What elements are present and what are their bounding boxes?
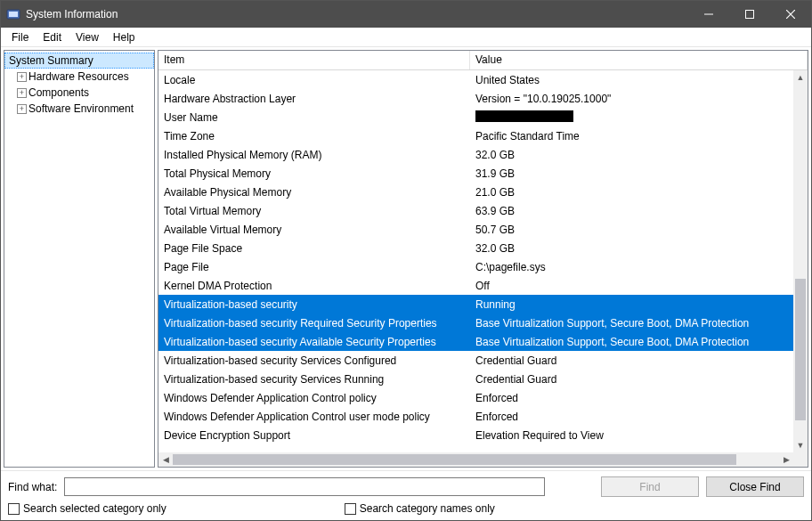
vertical-scrollbar[interactable]: ▲ ▼: [793, 70, 808, 452]
checkbox-icon: [8, 503, 20, 515]
list-row[interactable]: Virtualization-based security Services R…: [158, 370, 793, 388]
cell-value: Base Virtualization Support, Secure Boot…: [470, 315, 793, 331]
column-value[interactable]: Value: [470, 51, 808, 69]
list-row[interactable]: Device Encryption SupportElevation Requi…: [158, 426, 793, 444]
cell-value: Version = "10.0.19025.1000": [470, 91, 793, 107]
cell-item: Time Zone: [158, 128, 470, 144]
expand-icon[interactable]: +: [17, 88, 27, 98]
cell-item: Page File Space: [158, 240, 470, 256]
menu-view[interactable]: View: [69, 29, 106, 45]
cell-value: 50.7 GB: [470, 222, 793, 238]
cell-value: Off: [470, 278, 793, 294]
window-title: System Information: [26, 8, 118, 20]
list-row[interactable]: Page File Space32.0 GB: [158, 239, 793, 257]
find-input[interactable]: [64, 477, 545, 496]
list-row[interactable]: Virtualization-based security Available …: [158, 332, 793, 351]
find-bar: Find what: Find Close Find Search select…: [1, 470, 811, 520]
list-rows: LocaleUnited StatesHardware Abstraction …: [158, 70, 793, 452]
cell-value: Running: [470, 297, 793, 313]
tree-root[interactable]: System Summary: [4, 53, 154, 69]
scroll-down-icon[interactable]: ▼: [793, 438, 808, 452]
cell-item: Kernel DMA Protection: [158, 278, 470, 294]
list-row[interactable]: User Name: [158, 108, 793, 126]
cell-item: Total Physical Memory: [158, 166, 470, 182]
cell-value: 31.9 GB: [470, 166, 793, 182]
find-label: Find what:: [8, 481, 57, 493]
menu-edit[interactable]: Edit: [36, 29, 69, 45]
cell-value: Pacific Standard Time: [470, 128, 793, 144]
category-tree[interactable]: System Summary +Hardware Resources+Compo…: [4, 50, 155, 468]
minimize-button[interactable]: [688, 1, 729, 28]
hscroll-track[interactable]: [173, 452, 779, 467]
cell-value: Credential Guard: [470, 371, 793, 387]
checkbox-category-names[interactable]: Search category names only: [345, 502, 495, 515]
list-row[interactable]: Available Physical Memory21.0 GB: [158, 183, 793, 201]
menu-help[interactable]: Help: [106, 29, 142, 45]
cell-item: Device Encryption Support: [158, 427, 470, 444]
list-row[interactable]: Total Physical Memory31.9 GB: [158, 164, 793, 183]
tree-item-label: Software Environment: [28, 102, 134, 115]
cell-value: 32.0 GB: [470, 147, 793, 163]
cell-value: Enforced: [470, 409, 793, 425]
list-row[interactable]: Page FileC:\pagefile.sys: [158, 257, 793, 276]
expand-icon[interactable]: +: [17, 104, 27, 114]
list-row[interactable]: Kernel DMA ProtectionOff: [158, 276, 793, 295]
menu-file[interactable]: File: [4, 29, 36, 45]
cell-value: United States: [470, 72, 793, 88]
vscroll-thumb[interactable]: [795, 279, 806, 420]
tree-item[interactable]: +Software Environment: [4, 101, 154, 117]
tree-root-label: System Summary: [9, 54, 93, 67]
list-row[interactable]: Windows Defender Application Control use…: [158, 407, 793, 426]
cell-item: User Name: [158, 110, 470, 126]
cell-item: Available Physical Memory: [158, 184, 470, 200]
cell-item: Available Virtual Memory: [158, 222, 470, 238]
list-row[interactable]: Virtualization-based security Required S…: [158, 313, 793, 332]
list-row[interactable]: Windows Defender Application Control pol…: [158, 388, 793, 407]
cell-value: Elevation Required to View: [470, 427, 793, 444]
cell-item: Windows Defender Application Control use…: [158, 409, 470, 425]
list-row[interactable]: Virtualization-based security Services C…: [158, 351, 793, 370]
cell-item: Virtualization-based security Required S…: [158, 315, 470, 331]
scroll-up-icon[interactable]: ▲: [793, 70, 808, 85]
list-header: Item Value: [158, 51, 808, 70]
cell-value: C:\pagefile.sys: [470, 259, 793, 275]
tree-item[interactable]: +Components: [4, 85, 154, 101]
column-item[interactable]: Item: [158, 51, 470, 69]
cell-item: Windows Defender Application Control pol…: [158, 390, 470, 406]
expand-icon[interactable]: +: [17, 72, 27, 82]
cell-item: Installed Physical Memory (RAM): [158, 147, 470, 163]
list-row[interactable]: Available Virtual Memory50.7 GB: [158, 220, 793, 239]
tree-item[interactable]: +Hardware Resources: [4, 69, 154, 85]
tree-item-label: Hardware Resources: [28, 70, 129, 83]
cell-item: Virtualization-based security Services R…: [158, 371, 470, 387]
close-find-button[interactable]: Close Find: [706, 476, 804, 497]
find-button[interactable]: Find: [601, 476, 699, 497]
checkbox-names-label: Search category names only: [360, 502, 495, 515]
horizontal-scrollbar[interactable]: ◀ ▶: [158, 452, 793, 467]
maximize-button[interactable]: [729, 1, 770, 28]
cell-value: 63.9 GB: [470, 203, 793, 219]
cell-value: Enforced: [470, 390, 793, 406]
list-row[interactable]: Time ZonePacific Standard Time: [158, 126, 793, 145]
list-row[interactable]: Hardware Abstraction LayerVersion = "10.…: [158, 89, 793, 108]
checkbox-selected-label: Search selected category only: [23, 502, 166, 515]
close-button[interactable]: [770, 1, 811, 28]
checkbox-selected-category[interactable]: Search selected category only: [8, 502, 166, 515]
cell-value: Base Virtualization Support, Secure Boot…: [470, 334, 793, 350]
svg-rect-3: [746, 11, 754, 19]
list-row[interactable]: Installed Physical Memory (RAM)32.0 GB: [158, 145, 793, 164]
list-row[interactable]: LocaleUnited States: [158, 70, 793, 89]
cell-value: Credential Guard: [470, 353, 793, 369]
hscroll-thumb[interactable]: [173, 454, 736, 465]
scroll-left-icon[interactable]: ◀: [158, 452, 173, 467]
cell-value: 21.0 GB: [470, 184, 793, 200]
list-row[interactable]: Total Virtual Memory63.9 GB: [158, 201, 793, 220]
window: System Information File Edit View Help S…: [0, 0, 812, 521]
cell-item: Virtualization-based security: [158, 297, 470, 313]
scroll-right-icon[interactable]: ▶: [779, 452, 793, 467]
cell-item: Locale: [158, 72, 470, 88]
cell-value: 32.0 GB: [470, 240, 793, 256]
list-row[interactable]: Virtualization-based securityRunning: [158, 295, 793, 313]
vscroll-track[interactable]: [793, 85, 808, 438]
cell-item: Virtualization-based security Services C…: [158, 353, 470, 369]
